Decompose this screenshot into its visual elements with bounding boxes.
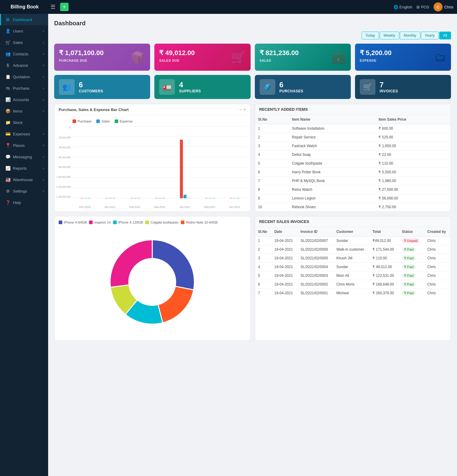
main-content: Dashboard Today Weekly Monthly Yearly Al… — [48, 14, 457, 476]
filter-monthly[interactable]: Monthly — [400, 32, 420, 39]
legend-colgate: Colgate toothpaste — [145, 221, 178, 224]
count-card-customers: 👥 6 CUSTOMERS — [54, 75, 150, 99]
cell-sl: 3 — [255, 142, 289, 150]
cell-total: ₹ 171,544.00 — [369, 245, 399, 254]
x-label-may2021: May,2021 — [197, 206, 222, 209]
donut-segment — [158, 286, 194, 323]
cell-total: ₹ 110.00 — [369, 254, 399, 263]
cell-name: Lenovo Legion — [289, 194, 375, 203]
filter-all[interactable]: All — [439, 32, 451, 39]
col-invoice: Invoice ID — [298, 227, 333, 236]
chart-close-button[interactable]: × — [243, 107, 246, 112]
language-label: English — [400, 5, 412, 9]
add-button[interactable]: + — [60, 3, 69, 11]
iphone64-label: iPhone X-64GB — [64, 221, 87, 224]
y-axis: 1,40,00,000 1,20,00,000 1,00,00,000 80,0… — [57, 126, 73, 198]
filter-yearly[interactable]: Yearly — [421, 32, 439, 39]
sidebar-item-users[interactable]: 👤 Users › — [0, 25, 48, 37]
cell-sl: 9 — [255, 194, 289, 203]
cell-sl: 8 — [255, 185, 289, 194]
sidebar-item-sales[interactable]: 🛒 Sales › — [0, 37, 48, 48]
sidebar-item-settings[interactable]: ⚙ Settings › — [0, 185, 48, 197]
items-icon: 📦 — [5, 109, 11, 113]
cell-name: Fastrack Watch — [289, 142, 375, 150]
sidebar-label-contacts: Contacts — [13, 52, 28, 56]
sidebar-item-places[interactable]: 📍 Places › — [0, 140, 48, 151]
col-date: Date — [271, 227, 298, 236]
bar-purchase — [130, 198, 133, 198]
places-icon: 📍 — [5, 143, 11, 148]
invoices-label: INVOICES — [380, 89, 398, 93]
cell-invoice: SL/2021/02/0001 — [298, 289, 333, 298]
table-row: 6 Harry Potter Book ₹ 5,500.00 — [255, 168, 451, 177]
cell-customer: Chris Moris — [333, 280, 369, 289]
customers-label: CUSTOMERS — [79, 89, 103, 93]
bar-sales — [208, 198, 212, 198]
sidebar-item-quotation[interactable]: 📋 Quotation › — [0, 71, 48, 82]
sidebar-item-reports[interactable]: 📈 Reports › — [0, 162, 48, 174]
sidebar-item-messaging[interactable]: 💬 Messaging › — [0, 151, 48, 162]
table-row: 9 Lenovo Legion ₹ 56,000.00 — [255, 194, 451, 203]
bar-expense — [162, 198, 165, 198]
bar-expense — [113, 198, 116, 198]
sidebar-item-expenses[interactable]: 💳 Expenses › — [0, 128, 48, 140]
donut-chart-panel: iPhone X-64GB Inspiron 14 iPhone X-128GB… — [54, 216, 251, 341]
filter-today[interactable]: Today — [362, 32, 379, 39]
bar-chart-wrap: Purchase Sales Expense — [54, 115, 250, 212]
cell-price: ₹ 5,500.00 — [375, 168, 451, 177]
sidebar-item-stock[interactable]: 📁 Stock — [0, 117, 48, 128]
middle-section: Purchase, Sales & Expense Bar Chart − × … — [54, 104, 451, 212]
purchases-label: PURCHASES — [279, 89, 304, 93]
col-slno: Sl.No — [255, 227, 271, 236]
cell-status: ₹ Paid — [399, 280, 424, 289]
sidebar-label-reports: Reports — [13, 166, 27, 171]
sidebar-item-contacts[interactable]: 👥 Contacts › — [0, 48, 48, 60]
col-item-name: Item Name — [289, 115, 375, 124]
status-badge: ₹ Paid — [402, 247, 416, 252]
sidebar-label-stock: Stock — [13, 120, 23, 125]
purchases-count: 6 — [279, 81, 304, 89]
pos-button[interactable]: ⊞ POS — [416, 5, 429, 9]
lower-section: iPhone X-64GB Inspiron 14 iPhone X-128GB… — [54, 216, 451, 341]
bar-group-dec2020 — [73, 132, 98, 198]
count-card-invoices: 🛒 7 INVOICES — [355, 75, 451, 99]
expense-icon: 🗂 — [434, 51, 446, 64]
language-selector[interactable]: 🌐 English — [394, 5, 412, 9]
cell-date: 19-04-2021 — [271, 245, 298, 254]
bar-purchase — [155, 198, 158, 198]
bar-purchase — [230, 198, 233, 198]
table-row: 4 Dettol Soap ₹ 22.00 — [255, 150, 451, 159]
legend-inspiron14: Inspiron 14 — [89, 221, 110, 224]
sidebar-item-help[interactable]: ❓ Help — [0, 197, 48, 208]
legend-iphone128: iPhone X-128GB — [113, 221, 143, 224]
user-menu[interactable]: C Chris — [434, 2, 453, 11]
stock-icon: 📁 — [5, 120, 11, 125]
bar-sales — [159, 198, 162, 198]
sidebar-item-dashboard[interactable]: ⊞ Dashboard — [0, 14, 48, 25]
cell-customer: Micheal — [333, 289, 369, 298]
bar-group-mar2021 — [148, 132, 173, 198]
sidebar-item-advance[interactable]: $ Advance › — [0, 60, 48, 71]
cell-sl: 4 — [255, 150, 289, 159]
chart-minimize-button[interactable]: − — [239, 107, 242, 112]
cell-status: ₹ Unpaid — [399, 236, 424, 245]
menu-icon[interactable]: ☰ — [49, 2, 57, 11]
bar-group-jan2021 — [98, 132, 123, 198]
cell-name: Harry Potter Book — [289, 168, 375, 177]
sidebar-item-items[interactable]: 📦 Items › — [0, 105, 48, 117]
x-label-jun2021: Jun,2021 — [222, 206, 247, 209]
bar-purchase — [105, 198, 108, 198]
filter-weekly[interactable]: Weekly — [380, 32, 399, 39]
cell-sl: 7 — [255, 289, 271, 298]
sidebar-label-help: Help — [13, 200, 21, 205]
cell-sl: 7 — [255, 177, 289, 185]
sidebar-item-warehouse[interactable]: 🏭 Warehouse › — [0, 174, 48, 185]
sidebar-item-accounts[interactable]: 📊 Accounts › — [0, 94, 48, 105]
expense-amount: ₹ 5,200.00 — [360, 49, 446, 57]
cell-total: ₹ 260,379.00 — [369, 289, 399, 298]
colgate-label: Colgate toothpaste — [150, 221, 178, 224]
sidebar-item-purchase[interactable]: 🛍 Purchase › — [0, 82, 48, 94]
status-badge: ₹ Paid — [402, 282, 416, 287]
colgate-dot — [145, 221, 149, 224]
legend-purchase: Purchase — [73, 119, 91, 123]
